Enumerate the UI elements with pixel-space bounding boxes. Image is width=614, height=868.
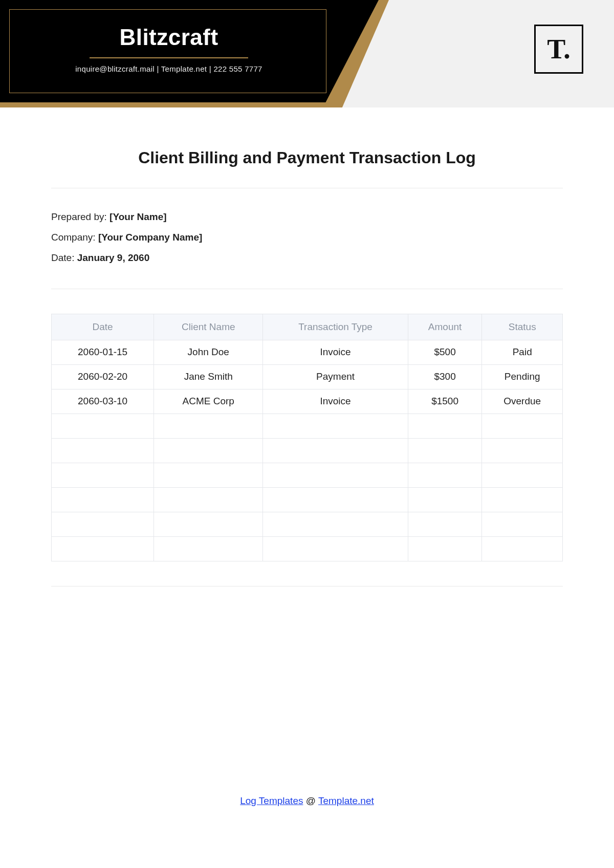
table-row xyxy=(52,536,563,561)
table-cell xyxy=(482,438,563,463)
table-cell xyxy=(154,512,263,536)
table-cell: $500 xyxy=(408,340,482,364)
meta-value: [Your Name] xyxy=(109,211,167,222)
meta-label: Company: xyxy=(51,232,98,243)
table-row: 2060-02-20Jane SmithPayment$300Pending xyxy=(52,364,563,389)
meta-block: Prepared by: [Your Name] Company: [Your … xyxy=(51,188,563,289)
table-cell xyxy=(154,438,263,463)
table-cell: 2060-02-20 xyxy=(52,364,154,389)
table-cell: $300 xyxy=(408,364,482,389)
table-cell xyxy=(52,512,154,536)
table-cell xyxy=(52,487,154,512)
table-row xyxy=(52,414,563,438)
table-cell xyxy=(408,463,482,487)
footer: Log Templates @ Template.net xyxy=(0,795,614,807)
col-client: Client Name xyxy=(154,314,263,340)
table-cell xyxy=(263,463,408,487)
table-cell xyxy=(154,463,263,487)
table-cell xyxy=(263,487,408,512)
table-cell xyxy=(408,414,482,438)
meta-value: [Your Company Name] xyxy=(98,232,202,243)
table-cell xyxy=(263,414,408,438)
meta-value: January 9, 2060 xyxy=(77,252,150,263)
table-row xyxy=(52,463,563,487)
brand-name: Blitzcraft xyxy=(0,25,338,50)
divider xyxy=(51,289,563,289)
table-cell xyxy=(52,463,154,487)
document-header: Blitzcraft inquire@blitzcraft.mail | Tem… xyxy=(0,0,614,107)
table-cell: Pending xyxy=(482,364,563,389)
table-cell xyxy=(154,487,263,512)
table-header-row: Date Client Name Transaction Type Amount… xyxy=(52,314,563,340)
table-cell: Overdue xyxy=(482,389,563,414)
meta-prepared-by: Prepared by: [Your Name] xyxy=(51,207,563,227)
table-cell xyxy=(263,536,408,561)
logo-text: T. xyxy=(547,35,571,63)
table-cell: Payment xyxy=(263,364,408,389)
table-cell xyxy=(482,512,563,536)
table-cell xyxy=(52,414,154,438)
table-cell xyxy=(408,512,482,536)
table-cell: 2060-01-15 xyxy=(52,340,154,364)
col-date: Date xyxy=(52,314,154,340)
table-cell: 2060-03-10 xyxy=(52,389,154,414)
footer-sep: @ xyxy=(303,795,318,806)
table-cell xyxy=(482,536,563,561)
table-cell xyxy=(52,438,154,463)
table-cell: Jane Smith xyxy=(154,364,263,389)
table-cell: ACME Corp xyxy=(154,389,263,414)
footer-link-log-templates[interactable]: Log Templates xyxy=(240,795,303,806)
table-cell xyxy=(482,414,563,438)
meta-label: Prepared by: xyxy=(51,211,109,222)
table-cell: Invoice xyxy=(263,389,408,414)
table-cell: Invoice xyxy=(263,340,408,364)
table-cell xyxy=(482,487,563,512)
footer-link-template-net[interactable]: Template.net xyxy=(318,795,374,806)
meta-label: Date: xyxy=(51,252,77,263)
transaction-table-wrap: Date Client Name Transaction Type Amount… xyxy=(51,314,563,561)
brand-divider xyxy=(90,57,248,58)
meta-date: Date: January 9, 2060 xyxy=(51,248,563,268)
col-amount: Amount xyxy=(408,314,482,340)
table-cell xyxy=(408,487,482,512)
brand-contact: inquire@blitzcraft.mail | Template.net |… xyxy=(0,64,338,73)
col-type: Transaction Type xyxy=(263,314,408,340)
table-row xyxy=(52,438,563,463)
table-cell: John Doe xyxy=(154,340,263,364)
table-cell xyxy=(154,536,263,561)
template-logo-icon: T. xyxy=(534,25,583,74)
divider xyxy=(51,586,563,587)
table-cell: $1500 xyxy=(408,389,482,414)
brand-block: Blitzcraft inquire@blitzcraft.mail | Tem… xyxy=(0,25,338,73)
table-cell xyxy=(408,536,482,561)
document-body: Client Billing and Payment Transaction L… xyxy=(0,107,614,587)
col-status: Status xyxy=(482,314,563,340)
transaction-table: Date Client Name Transaction Type Amount… xyxy=(51,314,563,561)
table-row: 2060-01-15John DoeInvoice$500Paid xyxy=(52,340,563,364)
meta-company: Company: [Your Company Name] xyxy=(51,227,563,248)
table-cell xyxy=(482,463,563,487)
table-cell xyxy=(52,536,154,561)
page-title: Client Billing and Payment Transaction L… xyxy=(51,148,563,167)
table-cell xyxy=(408,438,482,463)
table-cell xyxy=(263,512,408,536)
table-cell xyxy=(154,414,263,438)
table-cell: Paid xyxy=(482,340,563,364)
table-row: 2060-03-10ACME CorpInvoice$1500Overdue xyxy=(52,389,563,414)
table-row xyxy=(52,512,563,536)
table-cell xyxy=(263,438,408,463)
table-row xyxy=(52,487,563,512)
